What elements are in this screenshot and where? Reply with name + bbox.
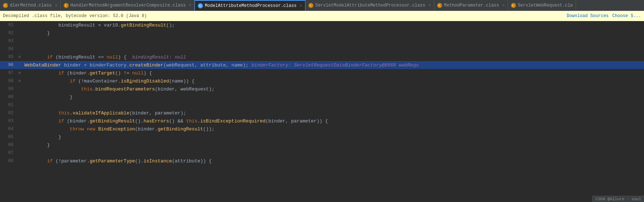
- line-content-92: }: [23, 31, 644, 36]
- line-content-104: throw new BindException(binder.getBindin…: [23, 126, 644, 132]
- code-line-93: 93: [0, 37, 644, 45]
- line-number-100: 00: [0, 94, 16, 100]
- tab-servletwebrequest[interactable]: C ServletWebRequest.cla: [508, 0, 576, 11]
- line-number-98: 98: [0, 78, 16, 84]
- arrow-95: ▽: [19, 55, 21, 59]
- line-number-99: 99: [0, 86, 16, 92]
- arrow-97: ▽: [19, 71, 21, 75]
- code-line-106: 06 }: [0, 141, 644, 149]
- gutter-98: ▽: [16, 79, 23, 83]
- tab-methodparameter[interactable]: C MethodParameter.class ×: [434, 0, 508, 11]
- line-number-105: 05: [0, 134, 16, 140]
- line-number-108: 08: [0, 158, 16, 163]
- tab-icon-handlermethodargument: C: [64, 3, 69, 8]
- code-line-103: 03 if (binder.getBindingResult().hasErro…: [0, 117, 644, 125]
- code-line-91: 91 bindingResult = var10.getBindingResul…: [0, 21, 644, 29]
- code-line-92: 92 }: [0, 29, 644, 37]
- line-number-95: 95: [0, 54, 16, 60]
- tab-icon-modelattribute: C: [198, 3, 203, 8]
- tab-icon-methodparameter: C: [437, 3, 442, 8]
- tab-close-handlermethodargument[interactable]: ×: [189, 3, 192, 8]
- tab-icon-dlermethod: C: [3, 3, 8, 8]
- line-content-99: this.bindRequestParameters(binder, webRe…: [23, 86, 644, 92]
- tab-close-dlermethod[interactable]: ×: [55, 3, 57, 8]
- line-content-100: }: [23, 94, 644, 100]
- tab-label-servletmodelattribute: ServletModelAttributeMethodProcessor.cla…: [315, 3, 425, 8]
- info-text: Decompiled .class file, bytecode version…: [3, 13, 147, 19]
- code-line-100: 00 }: [0, 93, 644, 101]
- line-number-102: 02: [0, 110, 16, 116]
- line-number-92: 92: [0, 31, 16, 36]
- line-content-101: [23, 102, 644, 108]
- code-line-101: 01: [0, 101, 644, 109]
- tab-close-modelattribute[interactable]: ×: [300, 4, 302, 8]
- tab-modelattribute[interactable]: C ModelAttributeMethodProcessor.class ×: [195, 0, 305, 11]
- line-content-103: if (binder.getBindingResult().hasErrors(…: [23, 118, 644, 124]
- code-area: 91 bindingResult = var10.getBindingResul…: [0, 21, 644, 202]
- tab-label-methodparameter: MethodParameter.class: [444, 3, 499, 8]
- line-content-93: [23, 39, 644, 44]
- line-content-105: }: [23, 134, 644, 140]
- code-line-102: 02 this.validateIfApplicable(binder, par…: [0, 109, 644, 117]
- status-bar: CSDN @Allure · soul: [592, 196, 644, 202]
- tab-servletmodelattribute[interactable]: C ServletModelAttributeMethodProcessor.c…: [305, 0, 434, 11]
- tab-label-modelattribute: ModelAttributeMethodProcessor.class: [205, 3, 296, 8]
- gutter-97: ▽: [16, 71, 23, 75]
- line-content-96: WebDataBinder binder = binderFactory.cre…: [23, 62, 644, 68]
- line-content-94: [23, 47, 644, 52]
- tab-close-methodparameter[interactable]: ×: [502, 3, 505, 8]
- line-number-104: 04: [0, 126, 16, 132]
- line-content-108: if (!parameter.getParameterType().isInst…: [23, 158, 644, 164]
- download-sources-link[interactable]: Download Sources: [567, 13, 609, 19]
- tab-icon-servletmodelattribute: C: [308, 3, 313, 8]
- line-number-97: 97: [0, 70, 16, 76]
- status-text: CSDN @Allure · soul: [596, 197, 641, 201]
- tab-label-dlermethod: dlerMethod.class: [10, 3, 52, 8]
- code-line-99: 99 this.bindRequestParameters(binder, we…: [0, 85, 644, 93]
- line-content-98: if (!mavContainer.isBindingDisabled(name…: [23, 78, 644, 84]
- code-line-98: 98 ▽ if (!mavContainer.isBindingDisabled…: [0, 77, 644, 85]
- info-actions: Download Sources Choose S...: [567, 13, 641, 19]
- code-line-104: 04 throw new BindException(binder.getBin…: [0, 125, 644, 133]
- gutter-95: ▽: [16, 55, 23, 59]
- tab-handlermethodargument[interactable]: C HandlerMethodArgumentResolverComposite…: [61, 0, 195, 11]
- code-line-94: 94: [0, 45, 644, 53]
- line-content-97: if (binder.getTarget() != null) {: [23, 70, 644, 76]
- tab-dlermethod[interactable]: C dlerMethod.class ×: [0, 0, 61, 11]
- line-content-106: }: [23, 142, 644, 148]
- tab-label-servletwebrequest: ServletWebRequest.cla: [518, 3, 573, 8]
- line-content-95: if (bindingResult == null) { bindingResu…: [23, 54, 644, 60]
- code-line-105: 05 }: [0, 133, 644, 141]
- tab-close-servletmodelattribute[interactable]: ×: [428, 3, 431, 8]
- info-bar: Decompiled .class file, bytecode version…: [0, 11, 644, 21]
- code-line-95: 95 ▽ if (bindingResult == null) { bindin…: [0, 53, 644, 61]
- line-number-96: 96: [0, 62, 16, 68]
- code-line-97: 97 ▽ if (binder.getTarget() != null) {: [0, 69, 644, 77]
- line-number-93: 93: [0, 39, 16, 44]
- line-content-107: [23, 150, 644, 156]
- code-line-108: 08 if (!parameter.getParameterType().isI…: [0, 157, 644, 165]
- choose-link[interactable]: Choose S...: [612, 13, 641, 19]
- arrow-98: ▽: [19, 79, 21, 83]
- line-number-106: 06: [0, 142, 16, 148]
- tab-label-handlermethodargument: HandlerMethodArgumentResolverComposite.c…: [71, 3, 186, 8]
- line-number-103: 03: [0, 118, 16, 124]
- line-number-91: 91: [0, 23, 16, 28]
- code-line-107: 07: [0, 149, 644, 157]
- code-line-96: 96 WebDataBinder binder = binderFactory.…: [0, 61, 644, 69]
- line-number-94: 94: [0, 47, 16, 52]
- tab-bar: C dlerMethod.class × C HandlerMethodArgu…: [0, 0, 644, 11]
- line-number-101: 01: [0, 102, 16, 108]
- line-content-91: bindingResult = var10.getBindingResult()…: [23, 23, 644, 28]
- line-number-107: 07: [0, 150, 16, 155]
- line-content-102: this.validateIfApplicable(binder, parame…: [23, 110, 644, 116]
- tab-icon-servletwebrequest: C: [511, 3, 516, 8]
